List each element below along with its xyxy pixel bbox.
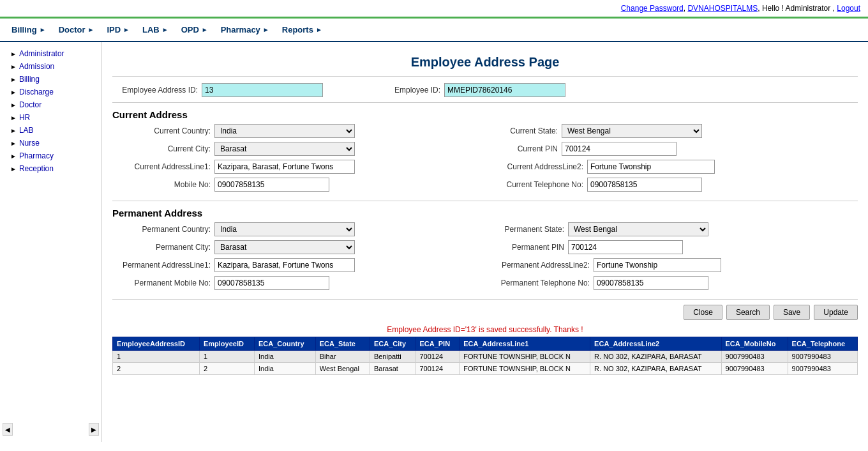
nav-doctor[interactable]: Doctor ►	[52, 21, 101, 38]
current-addr1-input[interactable]	[214, 160, 355, 174]
current-pin-input[interactable]	[562, 142, 677, 156]
logout-link[interactable]: Logout	[837, 4, 860, 13]
current-city-label: Current City:	[112, 144, 214, 153]
perm-country-label: Permanent Country:	[112, 225, 214, 234]
nav-doctor-arrow: ►	[88, 26, 94, 33]
sidebar-item-pharmacy[interactable]: ► Pharmacy	[0, 149, 101, 162]
mobile-no-input[interactable]	[214, 178, 329, 192]
sidebar-bullet-administrator: ►	[10, 50, 17, 57]
sidebar-item-nurse[interactable]: ► Nurse	[0, 137, 101, 149]
sidebar-label-admission: Admission	[19, 62, 54, 71]
nav-ipd[interactable]: IPD ►	[100, 21, 136, 38]
table-cell: 2	[113, 363, 200, 375]
sidebar-bullet-pharmacy: ►	[10, 153, 17, 160]
nav-bar: Billing ► Doctor ► IPD ► LAB ► OPD ► Pha…	[0, 19, 868, 42]
current-state-select[interactable]: West Bengal	[562, 124, 702, 138]
current-country-label: Current Country:	[112, 126, 214, 135]
table-row[interactable]: 22IndiaWest BengalBarasat700124FORTUNE T…	[113, 363, 858, 375]
col-state: ECA_State	[315, 337, 370, 351]
sidebar-left-arrow[interactable]: ◀	[3, 423, 13, 436]
table-cell: 9007990483	[721, 363, 788, 375]
nav-ipd-label: IPD	[107, 25, 121, 34]
perm-addr1-input[interactable]	[214, 258, 355, 272]
sidebar-label-nurse: Nurse	[19, 139, 40, 148]
table-cell: FORTUNE TOWNSHIP, BLOCK N	[460, 351, 590, 363]
nav-ipd-arrow: ►	[123, 26, 130, 33]
current-state-label: Current State:	[491, 126, 562, 135]
perm-pin-input[interactable]	[568, 240, 683, 254]
sidebar-item-discharge[interactable]: ► Discharge	[0, 86, 101, 98]
perm-addr2-label: Permanent AddressLine2:	[491, 261, 594, 270]
perm-city-select[interactable]: Barasat	[214, 240, 355, 254]
sidebar-bullet-lab: ►	[10, 127, 17, 134]
nav-reports-label: Reports	[282, 25, 313, 34]
col-city: ECA_City	[370, 337, 415, 351]
perm-mobile-input[interactable]	[214, 276, 329, 290]
nav-opd[interactable]: OPD ►	[175, 21, 214, 38]
update-button[interactable]: Update	[814, 305, 858, 320]
sidebar-item-doctor[interactable]: ► Doctor	[0, 98, 101, 111]
permanent-address-heading: Permanent Address	[112, 208, 858, 218]
col-mobile: ECA_MobileNo	[721, 337, 788, 351]
sidebar-bullet-discharge: ►	[10, 89, 17, 96]
perm-addr1-label: Permanent AddressLine1:	[112, 261, 214, 270]
sidebar: ► Administrator ► Admission ► Billing ► …	[0, 42, 102, 442]
address-table: EmployeeAddressID EmployeeID ECA_Country…	[112, 337, 858, 375]
save-button[interactable]: Save	[774, 305, 810, 320]
nav-lab-label: LAB	[142, 25, 160, 34]
current-city-select[interactable]: Barasat	[214, 142, 355, 156]
table-cell: FORTUNE TOWNSHIP, BLOCK N	[460, 363, 590, 375]
table-cell: 9007990483	[788, 351, 857, 363]
sidebar-item-reception[interactable]: ► Reception	[0, 162, 101, 175]
change-password-link[interactable]: Change Password	[621, 4, 684, 13]
table-cell: 9007990483	[788, 363, 857, 375]
current-telephone-input[interactable]	[587, 178, 702, 192]
sidebar-item-admission[interactable]: ► Admission	[0, 60, 101, 73]
nav-lab[interactable]: LAB ►	[136, 21, 175, 38]
sidebar-label-lab: LAB	[19, 126, 34, 135]
employee-id-input[interactable]	[444, 83, 565, 97]
sidebar-label-administrator: Administrator	[19, 49, 64, 58]
nav-doctor-label: Doctor	[59, 25, 86, 34]
sidebar-bullet-billing: ►	[10, 76, 17, 83]
sidebar-label-reception: Reception	[19, 164, 54, 173]
perm-state-select[interactable]: West Bengal	[568, 222, 708, 236]
employee-address-id-input[interactable]	[202, 83, 323, 97]
success-message: Employee Address ID='13' is saved succes…	[112, 325, 858, 334]
col-pin: ECA_PIN	[415, 337, 460, 351]
sidebar-item-administrator[interactable]: ► Administrator	[0, 47, 101, 60]
sidebar-bullet-doctor: ►	[10, 102, 17, 109]
current-addr2-label: Current AddressLine2:	[491, 162, 587, 171]
perm-country-select[interactable]: India	[214, 222, 355, 236]
search-button[interactable]: Search	[726, 305, 770, 320]
sidebar-label-hr: HR	[19, 113, 30, 122]
sidebar-right-arrow[interactable]: ▶	[89, 423, 99, 436]
current-addr2-input[interactable]	[587, 160, 715, 174]
close-button[interactable]: Close	[684, 305, 722, 320]
perm-telephone-input[interactable]	[594, 276, 708, 290]
perm-addr2-input[interactable]	[594, 258, 721, 272]
nav-pharmacy[interactable]: Pharmacy ►	[214, 21, 276, 38]
nav-billing[interactable]: Billing ►	[5, 21, 52, 38]
perm-city-label: Permanent City:	[112, 243, 214, 252]
table-row[interactable]: 11IndiaBiharBenipatti700124FORTUNE TOWNS…	[113, 351, 858, 363]
col-emp-id: EmployeeID	[199, 337, 254, 351]
sidebar-bullet-reception: ►	[10, 165, 17, 172]
sidebar-bullet-admission: ►	[10, 63, 17, 70]
col-country: ECA_Country	[255, 337, 316, 351]
nav-reports[interactable]: Reports ►	[276, 21, 329, 38]
current-country-select[interactable]: India	[214, 124, 355, 138]
content-area: Employee Address Page Employee Address I…	[102, 42, 868, 442]
table-cell: 2	[199, 363, 254, 375]
emp-id-label: Employee ID:	[387, 86, 444, 95]
table-cell: Barasat	[370, 363, 415, 375]
app-name: DVNAHOSPITALMS	[687, 4, 758, 13]
sidebar-item-billing[interactable]: ► Billing	[0, 73, 101, 86]
sidebar-bullet-hr: ►	[10, 114, 17, 121]
mobile-no-label: Mobile No:	[112, 180, 214, 189]
sidebar-label-pharmacy: Pharmacy	[19, 151, 54, 160]
nav-pharmacy-arrow: ►	[263, 26, 269, 33]
button-bar: Close Search Save Update	[112, 305, 858, 320]
sidebar-item-lab[interactable]: ► LAB	[0, 124, 101, 137]
sidebar-item-hr[interactable]: ► HR	[0, 111, 101, 124]
